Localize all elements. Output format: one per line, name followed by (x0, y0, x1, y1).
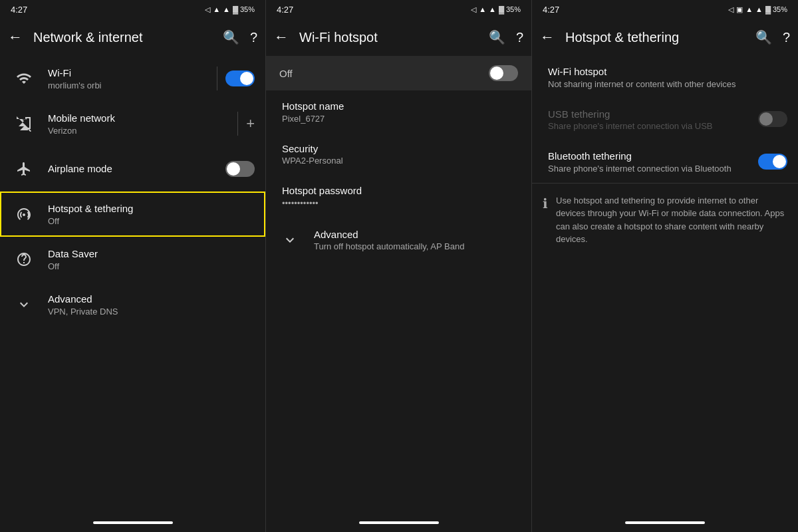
wifi-divider (217, 66, 217, 90)
settings-item-advanced-2[interactable]: Advanced Turn off hotspot automatically,… (266, 217, 531, 263)
settings-item-airplane[interactable]: Airplane mode (0, 146, 265, 192)
vibrate-icon-2: ◁ (471, 5, 476, 14)
settings-item-hotspot-name[interactable]: Hotspot name Pixel_6727 (266, 90, 531, 133)
airplane-toggle[interactable] (225, 161, 255, 177)
hotspot-password-value: •••••••••••• (282, 198, 521, 208)
panel-network-internet: 4:27 ◁ ▲ ▲ ▓ 35% ← Network & internet 🔍 … (0, 0, 266, 532)
status-time-2: 4:27 (277, 5, 293, 15)
panel-hotspot-tethering: 4:27 ◁ ▣ ▲ ▲ ▓ 35% ← Hotspot & tethering… (532, 0, 798, 532)
help-icon-2[interactable]: ? (516, 30, 523, 45)
info-box: ℹ Use hotspot and tethering to provide i… (532, 183, 798, 257)
bluetooth-tethering-title: Bluetooth tethering (548, 150, 758, 163)
hotspot-title: Hotspot & tethering (48, 202, 255, 215)
settings-item-wifi[interactable]: Wi-Fi morlium's orbi (0, 56, 265, 101)
status-icons-2: ◁ ▲ ▲ ▓ 35% (471, 5, 521, 14)
advanced-title-1: Advanced (48, 293, 255, 306)
advanced-subtitle-1: VPN, Private DNS (48, 307, 255, 317)
settings-item-hotspot[interactable]: Hotspot & tethering Off (0, 192, 265, 237)
top-icons-2: 🔍 ? (489, 29, 523, 45)
mobile-divider (237, 112, 238, 136)
top-bar-3: ← Hotspot & tethering 🔍 ? (532, 19, 798, 56)
wifi-subtitle: morlium's orbi (48, 80, 209, 90)
wifi-toggle-knob (240, 72, 253, 85)
settings-item-hotspot-password[interactable]: Hotspot password •••••••••••• (266, 175, 531, 217)
advanced-title-2: Advanced (314, 228, 521, 241)
wifi-icon (11, 65, 37, 92)
nav-bar-1 (0, 516, 265, 532)
mobile-network-icon (11, 110, 37, 137)
info-icon: ℹ (543, 196, 548, 211)
advanced-subtitle-2: Turn off hotspot automatically, AP Band (314, 241, 521, 251)
page-title-2: Wi-Fi hotspot (299, 30, 489, 45)
nav-bar-line-3 (625, 521, 705, 524)
wifi-toggle[interactable] (225, 70, 255, 86)
usb-tethering-toggle-knob (759, 112, 773, 126)
status-time-3: 4:27 (543, 5, 559, 15)
hotspot-name-title: Hotspot name (282, 100, 521, 113)
search-icon-1[interactable]: 🔍 (223, 29, 239, 45)
top-icons-1: 🔍 ? (223, 29, 257, 45)
wifi-hotspot-subtitle-3: Not sharing internet or content with oth… (548, 79, 787, 89)
nav-bar-3 (532, 516, 798, 532)
bluetooth-tethering-subtitle: Share phone's internet connection via Bl… (548, 164, 758, 174)
settings-item-mobile-network[interactable]: Mobile network Verizon + (0, 101, 265, 146)
screenshot-icon-3: ▣ (736, 5, 743, 14)
vibrate-icon: ◁ (205, 5, 210, 14)
settings-item-security[interactable]: Security WPA2-Personal (266, 133, 531, 176)
settings-item-bluetooth-tethering[interactable]: Bluetooth tethering Share phone's intern… (532, 140, 798, 183)
help-icon-1[interactable]: ? (250, 30, 257, 45)
mobile-network-content: Mobile network Verizon (48, 112, 229, 136)
search-icon-2[interactable]: 🔍 (489, 29, 505, 45)
advanced-content-2: Advanced Turn off hotspot automatically,… (314, 228, 521, 252)
top-bar-1: ← Network & internet 🔍 ? (0, 19, 265, 56)
settings-item-data-saver[interactable]: Data Saver Off (0, 237, 265, 282)
help-icon-3[interactable]: ? (783, 30, 790, 45)
hotspot-settings-list: Hotspot name Pixel_6727 Security WPA2-Pe… (266, 90, 531, 516)
settings-item-usb-tethering[interactable]: USB tethering Share phone's internet con… (532, 98, 798, 141)
hotspot-content: Hotspot & tethering Off (48, 202, 255, 226)
back-button-2[interactable]: ← (274, 29, 289, 46)
nav-bar-line-1 (93, 521, 173, 524)
page-title-1: Network & internet (33, 30, 223, 45)
wifi-hotspot-title-3: Wi-Fi hotspot (548, 65, 787, 78)
wifi-icon-status: ▲ (223, 5, 230, 13)
airplane-toggle-knob (227, 162, 240, 176)
security-title: Security (282, 142, 521, 156)
bluetooth-tethering-toggle[interactable] (758, 154, 787, 170)
data-saver-subtitle: Off (48, 261, 255, 271)
hotspot-off-bar: Off (266, 56, 531, 90)
data-saver-icon (11, 246, 37, 273)
settings-item-wifi-hotspot-3[interactable]: Wi-Fi hotspot Not sharing internet or co… (532, 56, 798, 98)
airplane-content: Airplane mode (48, 162, 225, 176)
advanced-icon-2 (277, 227, 303, 253)
status-icons-3: ◁ ▣ ▲ ▲ ▓ 35% (728, 5, 787, 14)
back-button-1[interactable]: ← (8, 29, 23, 46)
usb-tethering-content: USB tethering Share phone's internet con… (543, 108, 758, 132)
battery-icon-2: ▓ 35% (499, 5, 521, 13)
hotspot-name-value: Pixel_6727 (282, 114, 521, 124)
advanced-content-1: Advanced VPN, Private DNS (48, 293, 255, 317)
bluetooth-tethering-toggle-knob (773, 155, 786, 168)
plus-icon[interactable]: + (246, 115, 255, 132)
vibrate-icon-3: ◁ (728, 5, 733, 14)
signal-icon-3: ▲ (745, 5, 753, 13)
signal-icon: ▲ (213, 5, 220, 13)
airplane-title: Airplane mode (48, 162, 225, 176)
status-icons-1: ◁ ▲ ▲ ▓ 35% (205, 5, 255, 14)
usb-tethering-subtitle: Share phone's internet connection via US… (548, 121, 758, 131)
nav-bar-line-2 (359, 521, 439, 524)
usb-tethering-toggle[interactable] (758, 111, 787, 127)
nav-bar-2 (266, 516, 531, 532)
search-icon-3[interactable]: 🔍 (755, 29, 772, 45)
mobile-network-title: Mobile network (48, 112, 229, 125)
hotspot-subtitle: Off (48, 216, 255, 226)
page-title-3: Hotspot & tethering (565, 30, 755, 45)
settings-item-advanced-1[interactable]: Advanced VPN, Private DNS (0, 282, 265, 327)
usb-tethering-title: USB tethering (548, 108, 758, 121)
hotspot-off-toggle[interactable] (489, 65, 518, 81)
mobile-network-subtitle: Verizon (48, 126, 229, 136)
hotspot-off-toggle-knob (490, 66, 503, 80)
data-saver-content: Data Saver Off (48, 247, 255, 271)
settings-list-1: Wi-Fi morlium's orbi Mobile network Veri… (0, 56, 265, 516)
back-button-3[interactable]: ← (540, 29, 555, 46)
